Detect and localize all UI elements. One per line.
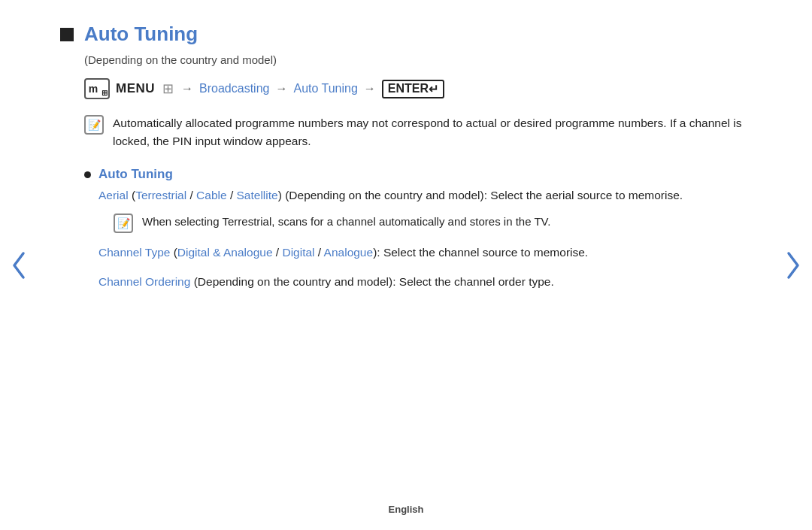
- channel-type-line: Channel Type (Digital & Analogue / Digit…: [98, 244, 752, 262]
- cable-label: Cable: [196, 189, 227, 201]
- page-title: Auto Tuning: [84, 23, 198, 46]
- arrow3: →: [364, 82, 376, 95]
- note-block: 📝 Automatically allocated programme numb…: [84, 114, 752, 150]
- arrow1: →: [181, 82, 193, 95]
- menu-broadcasting: Broadcasting: [199, 82, 269, 95]
- terrestrial-sub-label: Terrestrial: [222, 215, 271, 228]
- note-icon: 📝: [84, 115, 104, 135]
- sub-content: Aerial (Terrestrial / Cable / Satellite)…: [98, 186, 752, 291]
- sub-note-text: When selecting Terrestrial, scans for a …: [142, 213, 550, 230]
- note-text: Automatically allocated programme number…: [113, 114, 752, 150]
- channel-ordering-label: Channel Ordering: [98, 275, 190, 288]
- terrestrial-label: Terrestrial: [135, 189, 186, 201]
- channel-type-rest: : Select the channel source to memorise.: [377, 246, 588, 259]
- auto-tuning-bullet: Auto Tuning: [84, 167, 752, 182]
- analogue-label: Analogue: [324, 246, 374, 259]
- digital-label: Digital: [282, 246, 314, 259]
- channel-type-label: Channel Type: [98, 246, 170, 259]
- aerial-label: Aerial: [98, 189, 129, 201]
- channel-ordering-line: Channel Ordering (Depending on the count…: [98, 273, 752, 292]
- menu-label: MENU: [116, 81, 155, 96]
- aerial-line: Aerial (Terrestrial / Cable / Satellite)…: [98, 186, 752, 205]
- bullet-section: Auto Tuning Aerial (Terrestrial / Cable …: [84, 167, 752, 291]
- section-header: Auto Tuning: [60, 23, 752, 46]
- menu-auto-tuning: Auto Tuning: [293, 82, 357, 95]
- title-square-icon: [60, 28, 74, 41]
- bullet-dot-icon: [84, 171, 91, 178]
- menu-path: m MENU ⊞ → Broadcasting → Auto Tuning → …: [84, 78, 752, 99]
- auto-tuning-bullet-label: Auto Tuning: [98, 167, 173, 182]
- sub-note-icon: 📝: [114, 214, 133, 233]
- enter-icon: ENTER↵: [382, 80, 444, 98]
- channel-ordering-rest: (Depending on the country and model): Se…: [190, 275, 553, 288]
- subtitle: (Depending on the country and model): [84, 53, 752, 66]
- aerial-rest: (Depending on the country and model): Se…: [282, 189, 683, 201]
- digital-analogue-label: Digital & Analogue: [177, 246, 273, 259]
- menu-icon: m: [84, 78, 110, 99]
- sub-note-block: 📝 When selecting Terrestrial, scans for …: [114, 213, 752, 233]
- footer-text: English: [389, 504, 424, 515]
- arrow2: →: [275, 82, 287, 95]
- satellite-label: Satellite: [237, 189, 278, 201]
- footer: English: [0, 504, 812, 515]
